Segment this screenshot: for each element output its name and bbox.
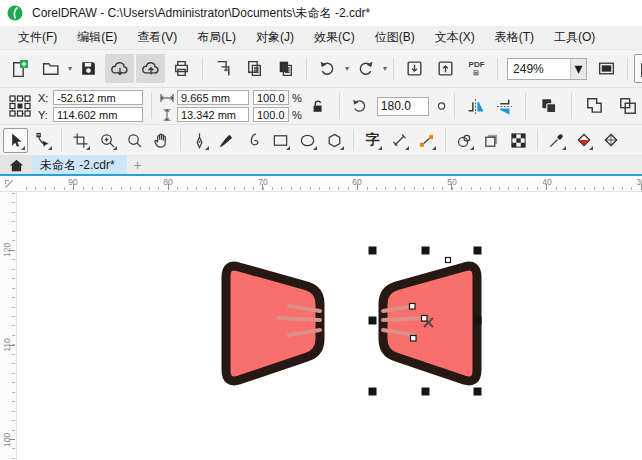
menu-object[interactable]: 对象(J) xyxy=(246,26,304,49)
menu-table[interactable]: 表格(T) xyxy=(485,26,544,49)
lock-ratio-button[interactable] xyxy=(306,94,331,119)
shape-tool[interactable] xyxy=(30,128,55,153)
document-tab-active[interactable]: 未命名 -2.cdr* xyxy=(32,156,127,174)
cloud-upload-button[interactable] xyxy=(136,54,165,83)
coreldraw-logo-icon xyxy=(7,5,23,21)
import-button[interactable] xyxy=(400,54,429,83)
publish-to-pdf-button[interactable]: PDF⊞ xyxy=(462,54,491,83)
show-rulers-button[interactable] xyxy=(634,54,642,83)
interactive-fill-tool[interactable] xyxy=(571,128,596,153)
open-button[interactable] xyxy=(36,54,65,83)
menu-view[interactable]: 查看(V) xyxy=(127,26,187,49)
menubar: 文件(F) 编辑(E) 查看(V) 布局(L) 对象(J) 效果(C) 位图(B… xyxy=(0,26,642,50)
scale-x-field[interactable] xyxy=(253,90,289,105)
trim-button[interactable] xyxy=(613,92,642,121)
mirror-horizontal-icon xyxy=(466,97,485,116)
object-order-button[interactable] xyxy=(534,92,563,121)
text-tool[interactable]: 字 xyxy=(360,128,385,153)
contour-tool[interactable] xyxy=(452,128,477,153)
connector-tool[interactable] xyxy=(414,128,439,153)
zoom-level-combo[interactable]: 249% ▾ xyxy=(507,58,587,80)
save-button[interactable] xyxy=(74,54,103,83)
undo-icon xyxy=(318,59,337,78)
menu-effects[interactable]: 效果(C) xyxy=(304,26,365,49)
y-position-field[interactable] xyxy=(53,107,143,122)
vertical-ruler[interactable]: 120110100 xyxy=(0,192,17,460)
scale-y-field[interactable] xyxy=(253,107,289,122)
weld-button[interactable] xyxy=(580,92,609,121)
undo-button[interactable] xyxy=(313,54,342,83)
rotation-angle-field[interactable] xyxy=(377,97,429,116)
save-icon xyxy=(79,59,98,78)
artistic-media-tool[interactable] xyxy=(214,128,239,153)
color-eyedropper-tool[interactable] xyxy=(544,128,569,153)
mesh-fill-tool[interactable] xyxy=(598,128,623,153)
ellipse-tool[interactable] xyxy=(295,128,320,153)
separator xyxy=(627,58,628,80)
menu-tools[interactable]: 工具(O) xyxy=(544,26,605,49)
polygon-tool[interactable] xyxy=(322,128,347,153)
separator xyxy=(454,93,455,119)
separator xyxy=(202,58,203,80)
menu-text[interactable]: 文本(X) xyxy=(425,26,485,49)
freehand-tool[interactable] xyxy=(241,128,266,153)
export-button[interactable] xyxy=(431,54,460,83)
zoom-out-tool[interactable] xyxy=(122,128,147,153)
copy-button[interactable] xyxy=(240,54,269,83)
vruler-ticks: 120110100 xyxy=(0,192,15,460)
open-dropdown-caret[interactable]: ▾ xyxy=(68,64,72,73)
zoom-level-value[interactable]: 249% xyxy=(508,62,570,76)
paste-button[interactable] xyxy=(271,54,300,83)
new-tab-button[interactable]: + xyxy=(127,156,149,174)
cut-icon xyxy=(214,59,233,78)
ruler-origin-button[interactable] xyxy=(0,176,17,191)
drawing-canvas[interactable] xyxy=(17,192,642,460)
drop-shadow-icon xyxy=(483,132,500,149)
ruler-origin-icon xyxy=(3,178,15,190)
drop-shadow-tool[interactable] xyxy=(479,128,504,153)
mirror-horizontal-button[interactable] xyxy=(463,94,488,119)
redo-button[interactable] xyxy=(351,54,380,83)
hruler-label: 90 xyxy=(68,177,77,187)
rectangle-tool[interactable] xyxy=(268,128,293,153)
property-bar: X: Y: % % xyxy=(0,88,642,125)
object-position-grid[interactable] xyxy=(5,92,34,121)
zoom-tool[interactable] xyxy=(95,128,120,153)
menu-edit[interactable]: 编辑(E) xyxy=(67,26,127,49)
cloud-download-button[interactable] xyxy=(105,54,134,83)
horizontal-ruler[interactable]: 90807060504030 xyxy=(0,176,642,192)
new-document-button[interactable] xyxy=(5,54,34,83)
undo-dropdown-caret[interactable]: ▾ xyxy=(345,64,349,73)
crop-tool-icon xyxy=(72,132,89,149)
object-width-field[interactable] xyxy=(177,90,249,105)
zoom-combo-caret[interactable]: ▾ xyxy=(570,59,586,79)
menu-bitmaps[interactable]: 位图(B) xyxy=(365,26,425,49)
toolbox: 字 xyxy=(0,125,642,156)
pen-tool[interactable] xyxy=(187,128,212,153)
mirror-vertical-button[interactable] xyxy=(492,94,517,119)
scale-fields: % % xyxy=(253,90,302,122)
hruler-label: 80 xyxy=(163,177,172,187)
object-height-field[interactable] xyxy=(177,107,249,122)
mirror-vertical-icon xyxy=(495,97,514,116)
menu-file[interactable]: 文件(F) xyxy=(8,26,67,49)
cut-button[interactable] xyxy=(209,54,238,83)
document-tab-label: 未命名 -2.cdr* xyxy=(40,157,115,174)
pan-tool[interactable] xyxy=(149,128,174,153)
menu-layout[interactable]: 布局(L) xyxy=(187,26,246,49)
home-tab-button[interactable] xyxy=(0,156,32,174)
pick-tool[interactable] xyxy=(3,128,28,153)
transparency-tool[interactable] xyxy=(506,128,531,153)
print-button[interactable] xyxy=(167,54,196,83)
interactive-fill-icon xyxy=(575,131,593,149)
shape-left[interactable] xyxy=(226,266,320,381)
redo-dropdown-caret[interactable]: ▾ xyxy=(383,64,387,73)
fullscreen-preview-button[interactable] xyxy=(592,54,621,83)
dimension-tool[interactable] xyxy=(387,128,412,153)
separator xyxy=(339,93,340,119)
crop-tool[interactable] xyxy=(68,128,93,153)
x-position-field[interactable] xyxy=(53,90,143,105)
order-icon xyxy=(539,96,559,116)
print-icon xyxy=(172,59,191,78)
shape-tool-icon xyxy=(34,132,51,149)
